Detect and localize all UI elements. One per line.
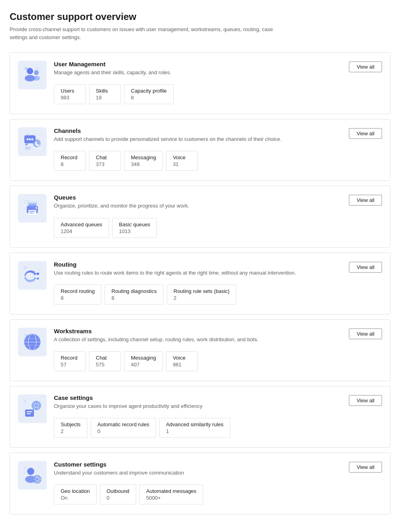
- routing-view-all[interactable]: View all: [349, 262, 382, 273]
- queues-desc: Organize, prioritize, and monitor the pr…: [54, 202, 309, 210]
- svg-point-23: [39, 269, 40, 271]
- section-queues: Queues Organize, prioritize, and monitor…: [10, 186, 390, 247]
- svg-point-0: [27, 68, 33, 74]
- stat-users: Users 983: [54, 84, 86, 104]
- routing-header: Routing Use routing rules to route work …: [54, 261, 382, 282]
- stat-record-routing: Record routing 8: [54, 285, 101, 305]
- workstreams-actions: View all: [349, 328, 382, 339]
- user-management-icon: [18, 61, 47, 89]
- svg-point-36: [35, 404, 38, 407]
- svg-point-9: [32, 138, 34, 140]
- svg-point-42: [36, 478, 38, 481]
- page-container: Customer support overview Provide cross-…: [0, 0, 400, 532]
- case-settings-icon: [18, 394, 47, 423]
- stat-messaging-channels: Messaging 349: [124, 151, 163, 171]
- workstreams-view-all[interactable]: View all: [349, 328, 382, 339]
- user-management-view-all[interactable]: View all: [349, 61, 382, 72]
- workstreams-desc: A collection of settings, including chan…: [54, 336, 309, 343]
- case-settings-actions: View all: [349, 394, 382, 406]
- svg-point-5: [36, 69, 38, 70]
- stat-record-workstreams: Record 57: [54, 351, 86, 371]
- channels-stats: Record 8 Chat 373 Messaging 349 Voice 31: [54, 151, 382, 172]
- svg-point-38: [27, 468, 34, 475]
- workstreams-body: Workstreams A collection of settings, in…: [54, 328, 382, 373]
- workstreams-title: Workstreams: [54, 328, 341, 334]
- queues-title: Queues: [54, 194, 341, 201]
- svg-point-21: [37, 277, 39, 280]
- channels-title: Channels: [54, 127, 341, 134]
- channels-view-all[interactable]: View all: [349, 128, 382, 139]
- workstreams-icon: [18, 328, 47, 356]
- svg-rect-16: [30, 211, 35, 212]
- svg-rect-32: [27, 411, 32, 412]
- routing-actions: View all: [349, 261, 382, 273]
- channels-icon: [18, 127, 47, 156]
- svg-point-30: [25, 334, 27, 337]
- channels-header-left: Channels Add support channels to provide…: [54, 127, 341, 148]
- customer-settings-stats: Geo location On Outbound 0 Automated mes…: [54, 485, 382, 506]
- section-channels: Channels Add support channels to provide…: [10, 119, 390, 181]
- stat-record-channels: Record 8: [54, 151, 86, 171]
- svg-rect-33: [27, 413, 31, 414]
- routing-title: Routing: [54, 261, 341, 268]
- svg-point-12: [27, 133, 29, 136]
- stat-voice-workstreams: Voice 981: [166, 351, 198, 371]
- stat-routing-rule-sets: Routing rule sets (basic) 2: [167, 285, 236, 305]
- workstreams-stats: Record 57 Chat 575 Messaging 407 Voice 9…: [54, 351, 382, 373]
- stat-outbound: Outbound 0: [100, 485, 136, 504]
- svg-rect-11: [25, 146, 31, 150]
- routing-header-left: Routing Use routing rules to route work …: [54, 261, 341, 282]
- user-management-desc: Manage agents and their skills, capacity…: [54, 69, 309, 76]
- svg-rect-17: [30, 213, 34, 214]
- svg-rect-15: [28, 210, 36, 215]
- channels-body: Channels Add support channels to provide…: [54, 127, 382, 172]
- stat-chat-workstreams: Chat 575: [89, 351, 121, 371]
- queues-icon: [18, 194, 47, 223]
- svg-point-43: [24, 467, 26, 469]
- svg-point-20: [37, 273, 39, 275]
- customer-settings-actions: View all: [349, 461, 382, 473]
- section-workstreams: Workstreams A collection of settings, in…: [10, 319, 390, 381]
- section-routing: Routing Use routing rules to route work …: [10, 253, 390, 314]
- case-settings-title: Case settings: [54, 394, 341, 401]
- case-settings-view-all[interactable]: View all: [349, 395, 382, 406]
- svg-point-2: [34, 70, 39, 75]
- stat-geo-location: Geo location On: [54, 485, 97, 504]
- svg-point-37: [24, 401, 26, 402]
- routing-icon: [18, 261, 47, 290]
- svg-point-22: [24, 267, 26, 269]
- queues-stats: Advanced queues 1204 Basic queues 1013: [54, 218, 382, 239]
- queues-actions: View all: [349, 194, 382, 206]
- routing-desc: Use routing rules to route work items to…: [54, 269, 309, 277]
- customer-settings-view-all[interactable]: View all: [349, 462, 382, 473]
- channels-actions: View all: [349, 127, 382, 139]
- user-management-stats: Users 983 Skills 19 Capacity profile 8: [54, 84, 382, 106]
- user-management-header-left: User Management Manage agents and their …: [54, 61, 341, 82]
- customer-settings-header: Customer settings Understand your custom…: [54, 461, 382, 482]
- queues-body: Queues Organize, prioritize, and monitor…: [54, 194, 382, 239]
- svg-point-4: [25, 67, 27, 70]
- svg-point-10: [33, 139, 41, 147]
- page-subtitle: Provide cross-channel support to custome…: [10, 26, 281, 41]
- customer-settings-body: Customer settings Understand your custom…: [54, 461, 382, 506]
- queues-header-left: Queues Organize, prioritize, and monitor…: [54, 194, 341, 215]
- stat-advanced-similarity: Advanced similarity rules 1: [159, 418, 230, 438]
- section-user-management: User Management Manage agents and their …: [10, 52, 390, 114]
- svg-point-7: [27, 138, 29, 140]
- user-management-header: User Management Manage agents and their …: [54, 61, 382, 82]
- queues-view-all[interactable]: View all: [349, 195, 382, 206]
- svg-point-3: [33, 76, 40, 81]
- section-case-settings: Case settings Organize your cases to imp…: [10, 386, 390, 448]
- user-management-title: User Management: [54, 61, 341, 67]
- stat-skills: Skills 19: [89, 84, 121, 104]
- case-settings-header-left: Case settings Organize your cases to imp…: [54, 394, 341, 415]
- workstreams-header-left: Workstreams A collection of settings, in…: [54, 328, 341, 349]
- workstreams-header: Workstreams A collection of settings, in…: [54, 328, 382, 349]
- stat-basic-queues: Basic queues 1013: [112, 218, 157, 238]
- queues-header: Queues Organize, prioritize, and monitor…: [54, 194, 382, 215]
- routing-body: Routing Use routing rules to route work …: [54, 261, 382, 306]
- stat-subjects: Subjects 2: [54, 418, 87, 438]
- stat-routing-diagnostics: Routing diagnostics 8: [105, 285, 163, 305]
- customer-settings-icon: [18, 461, 47, 490]
- svg-point-18: [36, 207, 37, 209]
